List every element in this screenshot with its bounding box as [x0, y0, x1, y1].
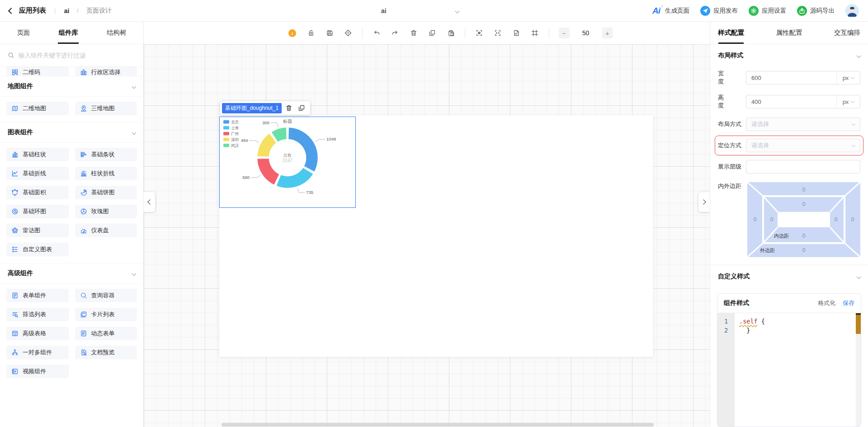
toolbar-undo-icon[interactable]: [372, 28, 381, 38]
component-item-卡片列表[interactable]: 卡片列表: [75, 308, 137, 321]
toolbar-target-icon[interactable]: [344, 28, 353, 38]
component-item-自定义图表[interactable]: 自定义图表: [6, 243, 69, 256]
toolbar-preview-scan-icon[interactable]: [475, 28, 484, 38]
legend-label[interactable]: 上海: [231, 126, 239, 130]
header-action-应用设置[interactable]: 应用设置: [749, 6, 786, 16]
editor-code[interactable]: .self { }: [735, 313, 856, 427]
sidebar-tab-组件库[interactable]: 组件库: [59, 22, 79, 44]
format-button[interactable]: 格式化: [818, 299, 835, 307]
header-action-应用发布[interactable]: 应用发布: [700, 6, 738, 16]
back-icon[interactable]: [8, 7, 14, 14]
horizontal-scrollbar[interactable]: [222, 423, 654, 427]
component-item-三维地图[interactable]: 三维地图: [75, 102, 137, 115]
legend-swatch[interactable]: [223, 138, 229, 141]
toolbar-doc-check-icon[interactable]: [512, 28, 521, 38]
collapse-panel-handle[interactable]: [698, 192, 710, 212]
position-mode-select[interactable]: 请选择: [746, 139, 860, 152]
toolbar-delete-icon[interactable]: [409, 28, 418, 38]
legend-label[interactable]: 北京: [231, 120, 239, 124]
component-item-筛选列表[interactable]: 筛选列表: [6, 308, 69, 321]
legend-label[interactable]: 深圳: [231, 137, 239, 142]
zoom-in-button[interactable]: +: [602, 28, 613, 38]
canvas-grid[interactable]: 基础环图_doughnut_1 标题 北京上海广州深圳武汉10487355804…: [144, 44, 710, 427]
page-select[interactable]: ai: [381, 0, 459, 22]
zoom-out-button[interactable]: −: [559, 28, 570, 38]
toolbar-paste-icon[interactable]: [446, 28, 455, 38]
margin-left-value[interactable]: 0: [754, 216, 757, 223]
breadcrumb-app[interactable]: ai: [64, 7, 70, 14]
slice-北京[interactable]: [288, 127, 318, 172]
toolbar-redo-icon[interactable]: [391, 28, 400, 38]
user-avatar[interactable]: [845, 4, 859, 18]
legend-swatch[interactable]: [223, 144, 229, 147]
toolbar-copy-icon[interactable]: [428, 28, 437, 38]
back-button[interactable]: 应用列表: [19, 6, 46, 15]
css-code-editor[interactable]: 12 .self { }: [717, 313, 861, 427]
component-item-表单组件[interactable]: 表单组件: [6, 289, 69, 302]
padding-bottom-value[interactable]: 0: [802, 233, 806, 239]
section-header-图表组件[interactable]: 图表组件: [0, 122, 143, 143]
component-item-二维码[interactable]: 二维码: [6, 67, 69, 76]
delete-component-button[interactable]: [283, 103, 294, 113]
slice-广州[interactable]: [257, 158, 280, 186]
doughnut-component[interactable]: 基础环图_doughnut_1 标题 北京上海广州深圳武汉10487355804…: [219, 117, 356, 208]
width-unit-select[interactable]: px: [836, 71, 860, 84]
panel-tab-样式配置[interactable]: 样式配置: [718, 22, 744, 44]
component-item-基础环图[interactable]: 基础环图: [6, 205, 69, 218]
component-item-基础饼图[interactable]: 基础饼图: [75, 186, 137, 199]
legend-swatch[interactable]: [223, 132, 229, 136]
sidebar-tab-页面[interactable]: 页面: [17, 22, 30, 44]
panel-tab-属性配置[interactable]: 属性配置: [776, 22, 802, 44]
collapse-sidebar-handle[interactable]: [144, 192, 155, 212]
layout-style-section-header[interactable]: 布局样式: [710, 44, 868, 67]
header-action-源码导出[interactable]: 源码导出: [797, 6, 835, 16]
component-item-基础柱状[interactable]: 基础柱状: [6, 148, 69, 161]
toolbar-frame-icon[interactable]: [530, 28, 539, 38]
component-item-基础条状[interactable]: 基础条状: [75, 148, 137, 161]
toolbar-code-scan-icon[interactable]: [493, 28, 502, 38]
component-item-仪表盘[interactable]: 仪表盘: [75, 224, 137, 237]
component-item-动态表单[interactable]: 动态表单: [75, 327, 137, 340]
component-item-柱状折线[interactable]: 柱状折线: [75, 167, 137, 180]
margin-right-value[interactable]: 0: [851, 216, 854, 223]
component-item-查询容器[interactable]: 查询容器: [75, 289, 137, 302]
panel-tab-交互编排[interactable]: 交互编排: [834, 22, 860, 44]
component-item-文档预览[interactable]: 文档预览: [75, 346, 137, 359]
custom-style-section-header[interactable]: 自定义样式: [710, 265, 868, 288]
toolbar-info-icon[interactable]: i: [288, 28, 297, 38]
save-button[interactable]: 保存: [843, 299, 854, 307]
section-header-高级组件[interactable]: 高级组件: [0, 263, 143, 284]
slice-上海[interactable]: [276, 167, 314, 188]
sidebar-tab-结构树[interactable]: 结构树: [107, 22, 127, 44]
component-search-input[interactable]: 输入组件关键字进行过滤: [0, 44, 143, 67]
width-input[interactable]: 600: [746, 75, 836, 81]
padding-left-value[interactable]: 0: [770, 216, 774, 223]
copy-component-button[interactable]: [296, 103, 307, 113]
component-item-雷达图[interactable]: 雷达图: [6, 224, 69, 237]
legend-label[interactable]: 广州: [231, 131, 239, 136]
layout-mode-select[interactable]: 请选择: [746, 117, 860, 131]
component-item-行政区选择[interactable]: 行政区选择: [75, 67, 137, 76]
component-item-二维地图[interactable]: 二维地图: [6, 102, 69, 115]
height-input[interactable]: 400: [746, 99, 836, 105]
margin-bottom-value[interactable]: 0: [802, 247, 806, 253]
toolbar-unlock-icon[interactable]: [307, 28, 316, 38]
box-model-editor[interactable]: 0 0 0 0 0 0 0 0 内边距 外边距: [747, 182, 860, 258]
component-item-高级表格[interactable]: 高级表格: [6, 327, 69, 340]
legend-swatch[interactable]: [223, 126, 229, 130]
legend-label[interactable]: 武汉: [231, 143, 239, 148]
component-item-基础折线[interactable]: 基础折线: [6, 167, 69, 180]
height-unit-select[interactable]: px: [836, 95, 860, 108]
editor-overview-ruler[interactable]: [856, 313, 861, 427]
toolbar-save-icon[interactable]: [325, 28, 334, 38]
margin-top-value[interactable]: 0: [802, 187, 806, 193]
header-action-生成页面[interactable]: Ai生成页面: [652, 6, 689, 16]
component-item-一对多组件[interactable]: 一对多组件: [6, 346, 69, 359]
padding-right-value[interactable]: 0: [835, 216, 838, 223]
component-item-视频组件[interactable]: 视频组件: [6, 365, 69, 378]
design-page[interactable]: 基础环图_doughnut_1 标题 北京上海广州深圳武汉10487355804…: [219, 115, 653, 357]
component-item-基础面积[interactable]: 基础面积: [6, 186, 69, 199]
component-item-玫瑰图[interactable]: 玫瑰图: [75, 205, 137, 218]
section-header-地图组件[interactable]: 地图组件: [0, 76, 143, 97]
z-index-input[interactable]: [746, 160, 860, 174]
